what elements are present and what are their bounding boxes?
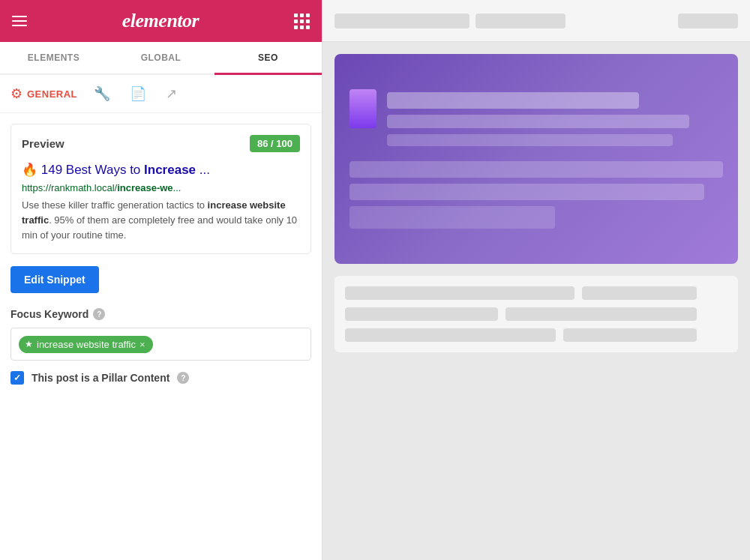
keyword-star-icon: ★ <box>25 339 33 349</box>
left-panel: elementor ELEMENTS GLOBAL SEO ⚙ GENERAL … <box>0 0 322 560</box>
keyword-tag-text: increase website traffic <box>37 339 136 350</box>
topbar-blur-3 <box>678 13 738 28</box>
blur-row-3 <box>345 328 728 342</box>
preview-header: Preview 86 / 100 <box>22 135 300 152</box>
preview-title-start: 🔥 149 Best Ways to <box>22 163 144 177</box>
score-badge: 86 / 100 <box>250 135 300 152</box>
purple-row-3 <box>350 206 555 229</box>
topbar-blur-1 <box>334 13 470 28</box>
sub-tab-general[interactable]: ⚙ GENERAL <box>10 85 77 102</box>
topbar-blur-2 <box>476 13 566 28</box>
purple-accent-block <box>350 89 376 128</box>
preview-url: https://rankmath.local/increase-we... <box>22 182 300 193</box>
preview-label: Preview <box>22 137 64 150</box>
preview-description: Use these killer traffic generation tact… <box>22 198 300 243</box>
focus-keyword-input[interactable]: ★ increase website traffic × <box>10 328 311 361</box>
seo-content-area: Preview 86 / 100 🔥 149 Best Ways to Incr… <box>0 113 322 560</box>
pillar-content-row: This post is a Pillar Content ? <box>10 371 311 385</box>
focus-keyword-label: Focus Keyword ? <box>10 308 311 320</box>
pillar-help-icon[interactable]: ? <box>177 372 189 384</box>
preview-title-bold: Increase <box>144 163 196 177</box>
general-label: GENERAL <box>27 88 77 100</box>
blur-row-2 <box>345 307 728 321</box>
blurred-topbar <box>322 0 750 42</box>
right-main-content <box>322 42 750 560</box>
pillar-checkbox[interactable] <box>10 371 24 385</box>
blur-4 <box>506 307 697 321</box>
purple-text-2 <box>387 115 689 128</box>
preview-url-start: https://rankmath.local/ <box>22 182 117 193</box>
preview-url-bold: increase-we <box>117 182 172 193</box>
tab-global[interactable]: GLOBAL <box>107 42 214 73</box>
hamburger-menu-icon[interactable] <box>12 16 27 26</box>
blur-2 <box>582 286 697 300</box>
purple-row-1 <box>350 161 723 178</box>
purple-banner <box>334 54 738 264</box>
preview-desc-text: Use these killer traffic generation tact… <box>22 199 208 211</box>
document-icon[interactable]: 📄 <box>127 82 149 105</box>
blur-3 <box>345 307 498 321</box>
blur-row-1 <box>345 286 728 300</box>
tab-elements[interactable]: ELEMENTS <box>0 42 107 73</box>
elementor-logo: elementor <box>122 10 199 32</box>
blurred-content-section <box>334 276 738 352</box>
preview-title: 🔥 149 Best Ways to Increase ... <box>22 161 300 179</box>
right-panel <box>322 0 750 560</box>
keyword-tag: ★ increase website traffic × <box>19 336 153 353</box>
focus-keyword-section: Focus Keyword ? ★ increase website traff… <box>10 308 311 361</box>
sub-tabs-bar: ⚙ GENERAL 🔧 📄 ↗ <box>0 75 322 113</box>
grid-menu-icon[interactable] <box>294 13 310 29</box>
pillar-label: This post is a Pillar Content <box>32 372 170 384</box>
purple-text-3 <box>387 134 673 146</box>
share-icon[interactable]: ↗ <box>163 82 180 105</box>
gear-icon: ⚙ <box>10 85 22 102</box>
purple-text-1 <box>387 92 639 109</box>
focus-keyword-text: Focus Keyword <box>10 308 88 320</box>
keyword-remove-icon[interactable]: × <box>140 339 146 350</box>
preview-desc-end: . 95% of them are completely free and wo… <box>22 214 297 241</box>
preview-url-end: ... <box>173 182 182 193</box>
wrench-icon[interactable]: 🔧 <box>91 82 113 105</box>
purple-row-2 <box>350 184 704 200</box>
main-tabs: ELEMENTS GLOBAL SEO <box>0 42 322 75</box>
tab-seo[interactable]: SEO <box>214 42 322 73</box>
focus-keyword-help-icon[interactable]: ? <box>93 308 105 320</box>
blur-1 <box>345 286 574 300</box>
preview-card: Preview 86 / 100 🔥 149 Best Ways to Incr… <box>10 124 311 254</box>
elementor-header: elementor <box>0 0 322 42</box>
preview-title-end: ... <box>196 163 210 177</box>
blur-5 <box>345 328 556 342</box>
edit-snippet-button[interactable]: Edit Snippet <box>10 266 99 293</box>
blur-6 <box>563 328 698 342</box>
